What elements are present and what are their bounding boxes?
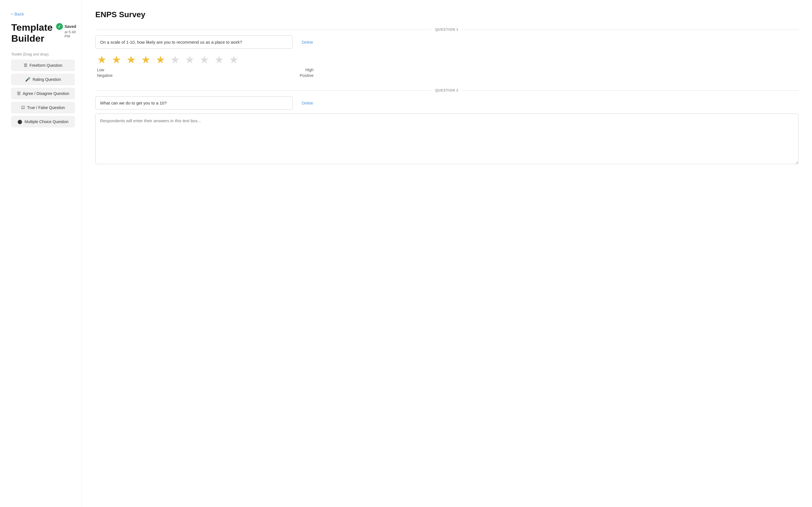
star-6[interactable]: ★ [170,54,180,65]
sidebar: ‹ Back Template Builder ✓ Saved at 5:48 … [0,0,82,507]
rating-high-line2: Positive [300,73,313,78]
question-label-1: QUESTION 1 [432,27,463,32]
question-block-1: QUESTION 1 Delete ★ ★ ★ ★ ★ ★ ★ ★ ★ ★ [95,27,799,78]
question-header-1: QUESTION 1 [95,27,799,32]
question-label-2: QUESTION 2 [432,89,463,93]
rating-labels-1: Low Negative High Positive [95,67,315,78]
app-title-line2: Builder [11,33,53,44]
true-false-icon: ☑ [21,105,25,110]
multiple-choice-icon: ⬤ [17,119,22,124]
toolkit-freeform-label: Freeform Question [30,63,63,68]
rating-icon: 🎤 [25,77,31,82]
toolkit-label-text: Toolkit [11,52,22,56]
toolkit-hint-text: (Drag and drop) [23,52,49,56]
question-input-2[interactable] [95,96,293,110]
toolkit-item-multiple-choice[interactable]: ⬤ Multiple Choice Question [11,116,75,127]
star-8[interactable]: ★ [200,54,209,65]
check-circle-icon: ✓ [56,23,63,30]
title-text-group: Template Builder ✓ Saved at 5:48 PM [11,22,76,44]
freeform-icon: ☰ [24,63,28,68]
question-input-1[interactable] [95,36,293,49]
star-9[interactable]: ★ [214,54,224,65]
question-row-2: Delete [95,96,799,110]
star-7[interactable]: ★ [185,54,195,65]
back-label: Back [14,11,24,16]
question-row-1: Delete [95,36,799,49]
star-1[interactable]: ★ [97,54,107,65]
rating-high-line1: High [300,67,313,73]
question-header-2: QUESTION 2 [95,89,799,93]
star-5[interactable]: ★ [156,54,165,65]
freeform-answer-textarea[interactable] [95,114,799,164]
toolkit-item-freeform[interactable]: ☰ Freeform Question [11,60,75,71]
toolkit-label: Toolkit (Drag and drop) [11,52,75,56]
back-arrow-icon: ‹ [11,11,13,16]
stars-row-1: ★ ★ ★ ★ ★ ★ ★ ★ ★ ★ [97,54,799,65]
rating-low-line1: Low [97,67,112,73]
rating-high-label: High Positive [300,67,313,78]
agree-disagree-icon: ☰ [17,91,20,96]
survey-title: ENPS Survey [95,10,799,19]
app-title: Template Builder [11,22,53,44]
page: ‹ Back Template Builder ✓ Saved at 5:48 … [0,0,812,507]
rating-low-line2: Negative [97,73,112,78]
toolkit-rating-label: Rating Question [33,77,61,82]
saved-text: Saved [64,24,76,29]
toolkit-item-agree-disagree[interactable]: ☰ Agree / Disagree Question [11,88,75,99]
star-2[interactable]: ★ [112,54,121,65]
title-block: Template Builder ✓ Saved at 5:48 PM [11,22,75,44]
app-title-line1: Template [11,22,53,33]
saved-row: ✓ Saved [56,23,76,30]
star-3[interactable]: ★ [126,54,136,65]
delete-button-1[interactable]: Delete [297,40,313,45]
back-link[interactable]: ‹ Back [11,11,75,16]
toolkit-true-false-label: True / False Question [27,105,65,110]
question-block-2: QUESTION 2 Delete [95,89,799,165]
rating-low-label: Low Negative [97,67,112,78]
toolkit-item-rating[interactable]: 🎤 Rating Question [11,74,75,85]
main-content: ENPS Survey QUESTION 1 Delete ★ ★ ★ ★ ★ … [82,0,812,507]
delete-button-2[interactable]: Delete [297,101,313,105]
toolkit-item-true-false[interactable]: ☑ True / False Question [11,102,75,113]
toolkit-agree-disagree-label: Agree / Disagree Question [23,91,69,96]
star-10[interactable]: ★ [229,54,239,65]
saved-time: at 5:48 PM [64,30,76,38]
header-line-right-1 [462,30,799,30]
toolkit-multiple-choice-label: Multiple Choice Question [24,119,68,124]
header-line-left-1 [95,30,432,30]
saved-badge: ✓ Saved at 5:48 PM [56,23,76,38]
star-4[interactable]: ★ [141,54,151,65]
